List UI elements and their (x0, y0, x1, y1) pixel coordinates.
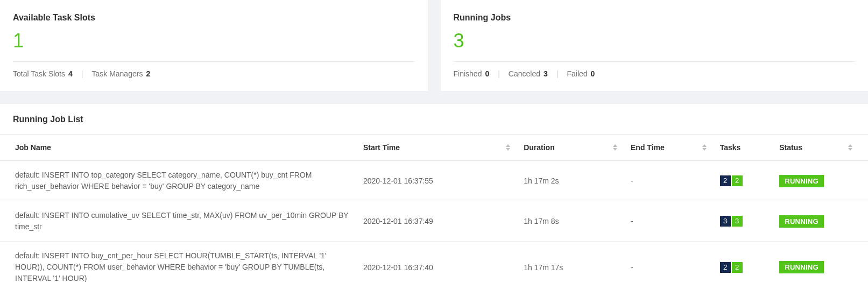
sort-icon[interactable] (505, 144, 511, 151)
task-badge-total: 2 (720, 175, 731, 186)
column-header-duration[interactable]: Duration (517, 135, 624, 161)
end-time-cell: - (624, 242, 714, 283)
end-time-cell: - (624, 201, 714, 242)
duration-cell: 1h 17m 2s (517, 161, 624, 201)
available-task-slots-title: Available Task Slots (13, 13, 415, 23)
failed-label: Failed (567, 69, 587, 78)
sort-icon[interactable] (848, 144, 853, 151)
task-managers-label: Task Managers (91, 69, 143, 78)
canceled-stat: Canceled 3 (509, 69, 548, 78)
column-header-status-label: Status (779, 143, 802, 152)
start-time-cell: 2020-12-01 16:37:55 (357, 161, 517, 201)
total-task-slots-stat: Total Task Slots 4 (13, 69, 73, 78)
task-managers-value: 2 (146, 69, 150, 78)
sort-icon[interactable] (612, 144, 618, 151)
task-badges: 22 (720, 175, 743, 186)
running-job-list-header: Running Job List (0, 104, 868, 135)
table-row[interactable]: default: INSERT INTO buy_cnt_per_hour SE… (0, 242, 868, 283)
column-header-tasks-label: Tasks (720, 143, 741, 152)
running-jobs-card: Running Jobs 3 Finished 0 | Canceled 3 |… (441, 0, 869, 91)
status-badge: RUNNING (779, 261, 824, 273)
status-badge: RUNNING (779, 175, 824, 187)
job-name-cell: default: INSERT INTO top_category SELECT… (0, 161, 357, 201)
sort-icon[interactable] (702, 144, 707, 151)
stat-separator: | (556, 69, 559, 78)
task-badges: 22 (720, 262, 743, 273)
running-job-list-card: Running Job List Job Name Start Time (0, 104, 868, 282)
job-name-cell: default: INSERT INTO buy_cnt_per_hour SE… (0, 242, 357, 283)
task-badge-running: 3 (732, 216, 743, 227)
task-badges: 33 (720, 216, 743, 227)
task-badge-running: 2 (732, 175, 743, 186)
divider (13, 61, 415, 62)
duration-cell: 1h 17m 8s (517, 201, 624, 242)
column-header-status[interactable]: Status (773, 135, 868, 161)
status-cell: RUNNING (773, 242, 868, 283)
end-time-cell: - (624, 161, 714, 201)
start-time-cell: 2020-12-01 16:37:49 (357, 201, 517, 242)
running-jobs-title: Running Jobs (454, 13, 856, 23)
failed-value: 0 (591, 69, 595, 78)
column-header-start-time[interactable]: Start Time (357, 135, 517, 161)
canceled-value: 3 (544, 69, 548, 78)
available-task-slots-count: 1 (13, 31, 415, 51)
duration-cell: 1h 17m 17s (517, 242, 624, 283)
finished-value: 0 (485, 69, 489, 78)
column-header-start-time-label: Start Time (363, 143, 400, 152)
available-task-slots-card: Available Task Slots 1 Total Task Slots … (0, 0, 428, 91)
column-header-job-name-label: Job Name (15, 143, 51, 152)
slots-stats-row: Total Task Slots 4 | Task Managers 2 (13, 69, 415, 78)
table-row[interactable]: default: INSERT INTO top_category SELECT… (0, 161, 868, 201)
stat-separator: | (81, 69, 83, 78)
table-row[interactable]: default: INSERT INTO cumulative_uv SELEC… (0, 201, 868, 242)
column-header-duration-label: Duration (524, 143, 555, 152)
status-cell: RUNNING (773, 201, 868, 242)
divider (454, 61, 856, 62)
column-header-job-name[interactable]: Job Name (0, 135, 357, 161)
task-managers-stat: Task Managers 2 (91, 69, 150, 78)
total-task-slots-value: 4 (68, 69, 73, 78)
job-list-table: Job Name Start Time Durat (0, 135, 868, 282)
column-header-end-time-label: End Time (631, 143, 665, 152)
jobs-stats-row: Finished 0 | Canceled 3 | Failed 0 (454, 69, 856, 78)
canceled-label: Canceled (509, 69, 540, 78)
column-header-end-time[interactable]: End Time (624, 135, 714, 161)
stat-separator: | (498, 69, 500, 78)
running-job-list-title: Running Job List (13, 115, 855, 124)
tasks-cell: 22 (714, 242, 773, 283)
running-jobs-count: 3 (454, 31, 856, 51)
task-badge-total: 2 (720, 262, 731, 273)
failed-stat: Failed 0 (567, 69, 595, 78)
tasks-cell: 22 (714, 161, 773, 201)
finished-label: Finished (454, 69, 482, 78)
task-badge-running: 2 (732, 262, 743, 273)
total-task-slots-label: Total Task Slots (13, 69, 65, 78)
column-header-tasks[interactable]: Tasks (714, 135, 773, 161)
start-time-cell: 2020-12-01 16:37:40 (357, 242, 517, 283)
tasks-cell: 33 (714, 201, 773, 242)
task-badge-total: 3 (720, 216, 731, 227)
job-name-cell: default: INSERT INTO cumulative_uv SELEC… (0, 201, 357, 242)
finished-stat: Finished 0 (454, 69, 490, 78)
status-cell: RUNNING (773, 161, 868, 201)
status-badge: RUNNING (779, 215, 824, 228)
